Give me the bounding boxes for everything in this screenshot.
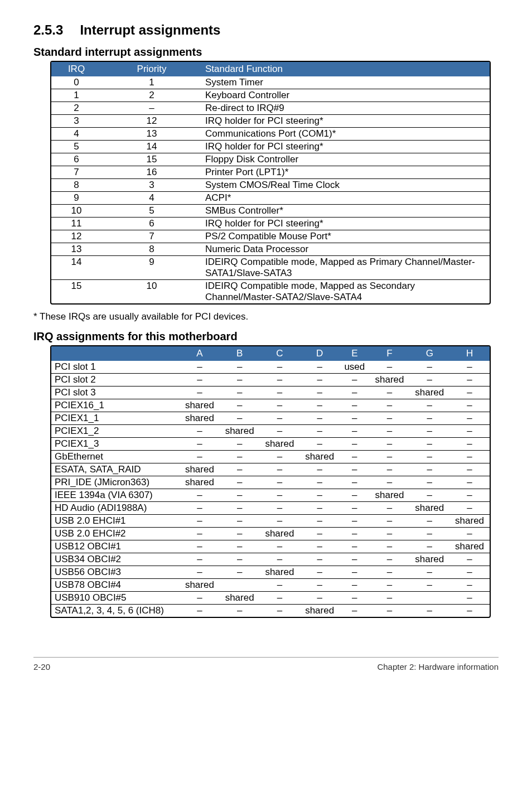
table-row: PCI slot 1––––used––– <box>51 361 490 374</box>
cell-value: – <box>220 502 260 515</box>
cell-value: – <box>370 361 410 374</box>
cell-value: – <box>180 540 220 553</box>
cell-value: – <box>260 489 300 502</box>
table-row: 94ACPI* <box>51 192 490 205</box>
cell-label: PCI slot 3 <box>51 386 180 399</box>
cell-label: PCI slot 1 <box>51 361 180 374</box>
table-row: HD Audio (ADI1988A)––––––shared– <box>51 502 490 515</box>
cell-value: – <box>449 579 490 592</box>
cell-priority: 4 <box>101 192 202 205</box>
cell-value: – <box>180 605 220 617</box>
cell-value: – <box>220 566 260 579</box>
cell-value: – <box>220 528 260 540</box>
cell-value: – <box>220 399 260 412</box>
cell-priority: 2 <box>101 89 202 102</box>
cell-irq: 2 <box>51 102 101 115</box>
cell-fn: Printer Port (LPT1)* <box>202 166 490 179</box>
table-row: 116IRQ holder for PCI steering* <box>51 218 490 230</box>
cell-value: – <box>299 579 340 592</box>
mobo-irq-table: ABCDEFGH PCI slot 1––––used–––PCI slot 2… <box>51 346 490 617</box>
cell-label: USB12 OBCI#1 <box>51 540 180 553</box>
cell-label: USB910 OBCI#5 <box>51 592 180 605</box>
cell-irq: 8 <box>51 179 101 192</box>
table-row: PCIEX1_2–shared–––––– <box>51 425 490 438</box>
cell-label: SATA1,2, 3, 4, 5, 6 (ICH8) <box>51 605 180 617</box>
cell-value: – <box>449 425 490 438</box>
table-row: 312IRQ holder for PCI steering* <box>51 115 490 128</box>
standard-irq-table: IRQ Priority Standard Function 01System … <box>51 62 490 303</box>
table-row: PRI_IDE (JMicron363)shared––––––– <box>51 476 490 489</box>
cell-fn: SMBus Controller* <box>202 205 490 218</box>
cell-value: – <box>220 540 260 553</box>
cell-irq: 12 <box>51 230 101 243</box>
cell-value: – <box>260 399 300 412</box>
col-header: A <box>180 346 220 361</box>
cell-value: – <box>299 566 340 579</box>
cell-value: – <box>370 451 410 463</box>
cell-value: – <box>260 605 300 617</box>
cell-label: PCIEX1_3 <box>51 438 180 451</box>
cell-value: – <box>260 515 300 528</box>
cell-value: – <box>449 399 490 412</box>
cell-value: shared <box>260 438 300 451</box>
cell-value: – <box>370 605 410 617</box>
cell-value: – <box>370 425 410 438</box>
cell-value: – <box>409 476 449 489</box>
cell-value: – <box>220 374 260 386</box>
cell-priority: – <box>101 102 202 115</box>
cell-value: – <box>409 566 449 579</box>
cell-value: – <box>340 412 370 425</box>
cell-value: shared <box>449 540 490 553</box>
col-header: F <box>370 346 410 361</box>
cell-value: – <box>409 463 449 476</box>
cell-value: – <box>370 463 410 476</box>
table-row: PCIEX1_3––shared––––– <box>51 438 490 451</box>
col-header: E <box>340 346 370 361</box>
cell-value: – <box>340 553 370 566</box>
cell-priority: 12 <box>101 115 202 128</box>
cell-value: – <box>180 425 220 438</box>
cell-label: USB 2.0 EHCI#1 <box>51 515 180 528</box>
col-fn: Standard Function <box>202 62 490 76</box>
table-row: IEEE 1394a (VIA 6307)–––––shared–– <box>51 489 490 502</box>
cell-value: – <box>340 502 370 515</box>
cell-priority: 10 <box>101 280 202 304</box>
cell-value: – <box>220 476 260 489</box>
cell-value: shared <box>299 451 340 463</box>
cell-value: – <box>299 528 340 540</box>
table-row: 1510IDEIRQ Compatible mode, Mapped as Se… <box>51 280 490 304</box>
cell-irq: 1 <box>51 89 101 102</box>
cell-value: – <box>449 463 490 476</box>
subtitle-mobo: IRQ assignments for this motherboard <box>33 330 499 343</box>
cell-value: – <box>370 386 410 399</box>
cell-value: – <box>449 374 490 386</box>
cell-fn: IRQ holder for PCI steering* <box>202 115 490 128</box>
cell-value: – <box>409 515 449 528</box>
cell-value: – <box>370 553 410 566</box>
cell-value: – <box>220 489 260 502</box>
cell-value: – <box>299 592 340 605</box>
cell-value: – <box>449 605 490 617</box>
cell-value: – <box>260 374 300 386</box>
cell-label: USB 2.0 EHCI#2 <box>51 528 180 540</box>
col-header <box>51 346 180 361</box>
cell-value: – <box>260 592 300 605</box>
cell-irq: 11 <box>51 218 101 230</box>
cell-value: – <box>449 386 490 399</box>
cell-value: – <box>299 540 340 553</box>
cell-value: shared <box>260 528 300 540</box>
table-row: USB56 OBCI#3––shared––––– <box>51 566 490 579</box>
section-title: 2.5.3Interrupt assignments <box>33 22 499 38</box>
cell-irq: 0 <box>51 76 101 89</box>
cell-value: – <box>449 528 490 540</box>
cell-value: – <box>340 399 370 412</box>
cell-value: – <box>340 528 370 540</box>
cell-value: – <box>299 553 340 566</box>
cell-value: – <box>180 502 220 515</box>
cell-value: – <box>370 579 410 592</box>
cell-value: – <box>180 489 220 502</box>
cell-label: ESATA, SATA_RAID <box>51 463 180 476</box>
cell-irq: 13 <box>51 243 101 256</box>
cell-value: – <box>340 438 370 451</box>
cell-value: – <box>260 361 300 374</box>
